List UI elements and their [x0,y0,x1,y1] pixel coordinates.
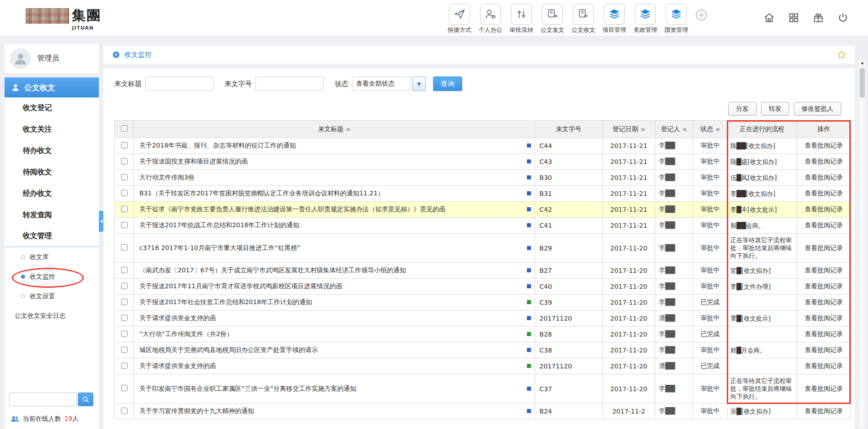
view-records-link[interactable]: 查看批阅记录 [805,189,843,197]
scrollbar-thumb[interactable] [860,68,865,98]
sidebar-item-收文管理[interactable]: 收文管理 [5,226,99,247]
view-records-link[interactable]: 查看批阅记录 [805,205,843,213]
nav-item-审批流转[interactable]: 审批流转 [506,4,537,34]
view-records-link[interactable]: 查看批阅记录 [805,385,843,392]
favorite-star-icon[interactable] [837,50,847,60]
sidebar-subitem-公文收文安全日志[interactable]: 公文收文安全日志 [5,306,99,326]
table-row[interactable]: 关于印发南宁市国有企业职工家属区“三供一业”分离移交工作实施方案的通知 C37 … [115,374,851,403]
table-row[interactable]: 关于2018年书籍、报刊、杂志等材料的征订工作的通知 C44 2017-11-2… [115,138,851,154]
select-all-checkbox[interactable] [121,125,128,132]
view-records-link[interactable]: 查看批阅记录 [805,407,843,414]
table-row[interactable]: B31（关于转发区市2017年贫困村脱贫摘帽认定工作业务培训会议材料的通知11.… [115,186,851,202]
table-row[interactable]: c3716 2017年1-10月南宁市重大项目推进工作“红黑榜” B29 201… [115,234,851,263]
doc-number: 20171120 [535,358,602,374]
query-button[interactable]: 查询 [433,77,462,91]
layers-icon [635,4,656,25]
table-row[interactable]: 关于学习宣传贯彻党的十九大精神的通知 B24 2017-11-2 李██ 审批中… [115,403,851,419]
table-row[interactable]: 关于报送2017年11月南宁市育才双语学校武鸣新校区项目进展情况的函 C40 2… [115,279,851,295]
table-row[interactable]: （南武办发〔2017〕67号）关于成立南宁市武鸣区发展壮大村级集体经济工作领导小… [115,263,851,279]
table-row[interactable]: 关于报送2017年社会扶贫工作总结和2018年工作计划的通知 C39 2017-… [115,295,851,311]
nav-item-项目管理[interactable]: 项目管理 [599,4,630,34]
status-select-value: 查看全部状态 [356,80,394,88]
row-checkbox[interactable] [121,222,128,228]
view-records-link[interactable]: 查看批阅记录 [805,221,843,229]
number-filter-input[interactable] [255,77,324,91]
sidebar-search-button[interactable] [78,393,93,406]
table-row[interactable]: 关于报送固投支撑和项目进展情况的函 C43 2017-11-21 李██ 审批中… [115,154,851,170]
sidebar-subitem-收文监控[interactable]: 收文监控 [5,267,99,286]
sidebar-subitem-收文库[interactable]: 收文库 [5,247,99,267]
row-checkbox[interactable] [121,283,128,289]
column-header-登记人[interactable]: 登记人≡ [655,121,693,138]
bullet-icon [21,294,25,298]
scrollbar-up-arrow[interactable]: ▲ [859,59,866,66]
nav-item-公文收文[interactable]: 公文收文 [568,4,599,34]
sidebar-item-转发查阅[interactable]: 转发查阅 [5,204,99,226]
nav-item-国资管理[interactable]: 国资管理 [661,4,692,34]
doc-status: 审批中 [693,263,727,279]
nav-item-快捷方式[interactable]: 快捷方式 [444,4,475,34]
gift-icon[interactable] [812,12,824,24]
action-button-修改签批人[interactable]: 修改签批人 [794,102,841,116]
plus-circle-icon[interactable] [694,8,708,23]
column-header-来文标题[interactable]: 来文标题≡ [134,121,535,138]
row-checkbox[interactable] [121,299,128,305]
row-checkbox[interactable] [121,267,128,273]
table-row[interactable]: 关于报送2017年统战工作总结和2018年工作计划的通知 C41 2017-11… [115,218,851,234]
row-checkbox[interactable] [121,174,128,180]
action-button-分发[interactable]: 分发 [728,102,756,116]
power-icon[interactable] [837,12,849,24]
doc-status: 已完成 [693,295,727,311]
view-records-link[interactable]: 查看批阅记录 [805,314,843,322]
sidebar-item-经办收文[interactable]: 经办收文 [5,183,99,204]
sidebar-item-收文关注[interactable]: 收文关注 [5,119,99,140]
row-checkbox[interactable] [121,190,128,196]
row-checkbox[interactable] [121,142,128,148]
row-checkbox[interactable] [121,315,128,321]
row-checkbox[interactable] [121,385,128,391]
row-checkbox[interactable] [121,206,128,212]
row-checkbox[interactable] [121,363,128,369]
row-checkbox[interactable] [121,347,128,353]
table-row[interactable]: 关于请求提供资金支持的函 20171120 2017-11-20 潘██ 审批中… [115,311,851,327]
sidebar-item-收文登记[interactable]: 收文登记 [5,97,99,119]
view-records-link[interactable]: 查看批阅记录 [805,346,843,353]
row-checkbox[interactable] [121,244,128,250]
view-records-link[interactable]: 查看批阅记录 [805,142,843,149]
table-row[interactable]: 城区地税局关于完善武鸣县地税局旧办公区资产处置手续的请示 C38 2017-11… [115,342,851,358]
nav-item-个人办公[interactable]: 个人办公 [475,4,506,34]
table-row[interactable]: 关于请求提供资金支持的函 20171120 2017-11-20 潘██ 已完成… [115,358,851,374]
sidebar-item-待阅收文[interactable]: 待阅收文 [5,162,99,183]
view-records-link[interactable]: 查看批阅记录 [805,282,843,290]
current-flow: 殷██会商。 [727,218,797,234]
sidebar-item-待办收文[interactable]: 待办收文 [5,140,99,162]
row-checkbox[interactable] [121,158,128,164]
status-select[interactable]: 查看全部状态 [352,77,410,91]
sidebar-section-gongwenshouwen[interactable]: 公文收文 [5,77,99,97]
nav-item-公文发文[interactable]: 公文发文 [537,4,568,34]
vertical-scrollbar[interactable]: ▲ [858,58,866,429]
apps-grid-icon[interactable] [788,12,800,24]
view-records-link[interactable]: 查看批阅记录 [805,266,843,274]
table-row[interactable]: 关于征求《南宁市党政主要负责人履行推进法治建设第一责任人职责规定实施办法（征求意… [115,202,851,218]
table-row[interactable]: 大行动文件传阅3份 B30 2017-11-21 李██ 审批中 伍█凤[收文拟… [115,170,851,186]
sidebar-search-input[interactable] [9,393,77,406]
view-records-link[interactable]: 查看批阅记录 [805,330,843,337]
table-row[interactable]: “大行动”工作传阅文件（共2份） B28 2017-11-20 李██ 已完成 … [115,327,851,342]
view-records-link[interactable]: 查看批阅记录 [805,298,843,306]
action-button-转发[interactable]: 转发 [761,102,789,116]
approval-flow-icon [511,4,532,25]
status-select-dropdown-button[interactable]: ▼ [412,77,426,91]
home-icon[interactable] [763,12,775,24]
sidebar-subitem-收文设置[interactable]: 收文设置 [5,286,99,306]
column-header-登记日期[interactable]: 登记日期≡ [602,121,655,138]
row-checkbox[interactable] [121,331,128,337]
view-records-link[interactable]: 查看批阅记录 [805,158,843,165]
column-header-状态[interactable]: 状态≡ [693,121,727,138]
row-checkbox[interactable] [121,408,128,414]
nav-item-党政管理[interactable]: 党政管理 [630,4,661,34]
view-records-link[interactable]: 查看批阅记录 [805,174,843,181]
title-filter-input[interactable] [145,77,214,91]
view-records-link[interactable]: 查看批阅记录 [805,244,843,251]
view-records-link[interactable]: 查看批阅记录 [805,362,843,369]
